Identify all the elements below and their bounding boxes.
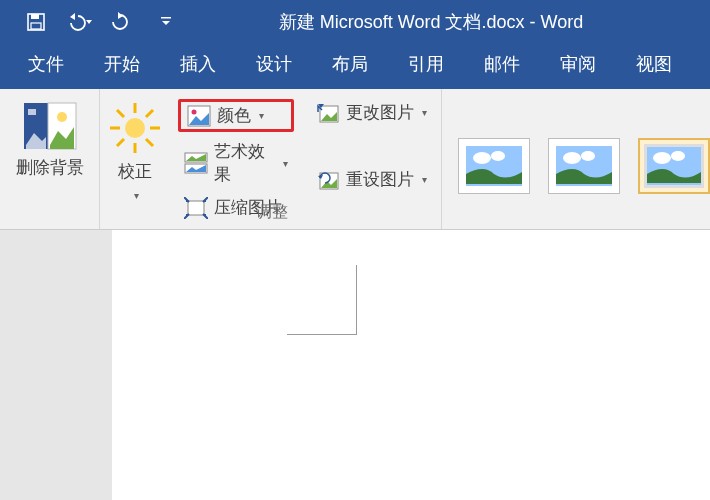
svg-point-18 xyxy=(192,109,197,114)
svg-line-13 xyxy=(117,110,124,117)
ribbon-tabs: 文件 开始 插入 设计 布局 引用 邮件 审阅 视图 xyxy=(0,44,710,89)
chevron-down-icon: ▾ xyxy=(259,110,264,121)
titlebar: 新建 Microsoft Word 文档.docx - Word xyxy=(0,0,710,44)
tab-view[interactable]: 视图 xyxy=(636,52,672,76)
remove-background-button[interactable]: 删除背景 xyxy=(5,95,95,179)
doc-name: 新建 Microsoft Word 文档.docx xyxy=(279,12,525,32)
svg-rect-7 xyxy=(28,109,36,115)
tab-file[interactable]: 文件 xyxy=(28,52,64,76)
svg-point-35 xyxy=(671,151,685,161)
artistic-effects-icon xyxy=(184,152,208,174)
picture-styles-gallery xyxy=(442,89,710,229)
change-picture-icon xyxy=(316,102,340,124)
tab-references[interactable]: 引用 xyxy=(408,52,444,76)
svg-line-15 xyxy=(146,110,153,117)
picture-style-1[interactable] xyxy=(458,138,530,194)
reset-picture-label: 重设图片 xyxy=(346,168,414,191)
save-icon[interactable] xyxy=(26,12,46,32)
ribbon: 删除背景 校正▾ 颜色 ▾ xyxy=(0,89,710,230)
tab-design[interactable]: 设计 xyxy=(256,52,292,76)
svg-line-16 xyxy=(117,139,124,146)
svg-rect-2 xyxy=(31,23,41,29)
app-name: Word xyxy=(541,12,584,32)
artistic-label: 艺术效果 xyxy=(214,140,275,186)
svg-point-31 xyxy=(581,151,595,161)
picture-style-2[interactable] xyxy=(548,138,620,194)
chevron-down-icon: ▾ xyxy=(422,107,427,118)
artistic-effects-button[interactable]: 艺术效果 ▾ xyxy=(178,138,294,188)
change-picture-label: 更改图片 xyxy=(346,101,414,124)
image-selection-frame[interactable] xyxy=(287,265,357,335)
svg-line-14 xyxy=(146,139,153,146)
picture-color-icon xyxy=(187,105,211,127)
chevron-down-icon: ▾ xyxy=(283,158,288,169)
qat-customize-icon[interactable] xyxy=(160,16,172,28)
svg-point-30 xyxy=(563,152,581,164)
tab-mailings[interactable]: 邮件 xyxy=(484,52,520,76)
window-title: 新建 Microsoft Word 文档.docx - Word xyxy=(172,10,710,34)
reset-picture-button[interactable]: 重设图片 ▾ xyxy=(310,166,433,193)
svg-point-8 xyxy=(125,118,145,138)
change-picture-button[interactable]: 更改图片 ▾ xyxy=(310,99,433,126)
page-canvas[interactable] xyxy=(112,230,710,500)
svg-point-27 xyxy=(491,151,505,161)
document-area xyxy=(0,230,710,500)
chevron-down-icon: ▾ xyxy=(422,174,427,185)
svg-rect-3 xyxy=(161,17,171,19)
picture-style-3[interactable] xyxy=(638,138,710,194)
adjust-group-label: 调整 xyxy=(102,202,441,223)
remove-background-label: 删除背景 xyxy=(16,157,84,179)
tab-insert[interactable]: 插入 xyxy=(180,52,216,76)
tab-review[interactable]: 审阅 xyxy=(560,52,596,76)
svg-rect-1 xyxy=(31,14,39,19)
corrections-label: 校正▾ xyxy=(118,161,152,205)
color-button[interactable]: 颜色 ▾ xyxy=(178,99,294,132)
group-adjust-col2: 更改图片 ▾ 重设图片 ▾ 调整 xyxy=(302,89,442,229)
undo-icon[interactable] xyxy=(64,12,92,32)
navigation-gutter xyxy=(0,230,112,500)
svg-point-6 xyxy=(57,112,67,122)
redo-icon[interactable] xyxy=(110,12,130,32)
svg-point-34 xyxy=(653,152,671,164)
color-label: 颜色 xyxy=(217,104,251,127)
tab-layout[interactable]: 布局 xyxy=(332,52,368,76)
reset-picture-icon xyxy=(316,169,340,191)
tab-home[interactable]: 开始 xyxy=(104,52,140,76)
chevron-down-icon: ▾ xyxy=(134,190,139,201)
corrections-button[interactable]: 校正▾ xyxy=(105,95,165,205)
quick-access-toolbar xyxy=(0,12,172,32)
group-remove-background: 删除背景 xyxy=(0,89,100,229)
svg-point-26 xyxy=(473,152,491,164)
